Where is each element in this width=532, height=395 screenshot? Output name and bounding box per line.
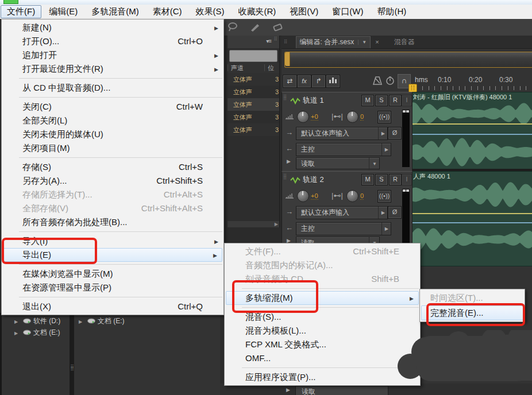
menu-item-fcp-xml[interactable]: FCP XML 交换格式...: [225, 338, 420, 351]
mute-button[interactable]: M: [361, 174, 374, 185]
expander-icon[interactable]: ▶: [14, 319, 18, 324]
menu-item-close[interactable]: 关闭(C)Ctrl+W: [2, 100, 223, 114]
menu-item-open-append[interactable]: 追加打开▶: [2, 48, 223, 62]
slip-tool-button[interactable]: ↱: [311, 75, 326, 88]
column-bits[interactable]: 位: [264, 64, 274, 71]
volume-knob[interactable]: [297, 111, 309, 123]
drive-item[interactable]: ▶ 文档 (E:): [79, 316, 125, 326]
move-tool-button[interactable]: ⇄: [283, 75, 297, 88]
panel-divider[interactable]: ⠿⠿: [70, 313, 74, 395]
file-row[interactable]: 立体声3: [228, 86, 279, 98]
drive-item[interactable]: ▶ 软件 (D:): [14, 316, 60, 326]
input-select[interactable]: 默认立体声输入▶: [296, 127, 388, 140]
volume-envelope[interactable]: [411, 213, 532, 214]
files-hscrollbar[interactable]: ▶: [228, 221, 279, 227]
brush-tool-icon[interactable]: [249, 22, 262, 32]
timeline-ruler[interactable]: hms 0:10 0:20 0:30: [410, 72, 532, 92]
monitor-input-icon[interactable]: ((•)): [377, 190, 391, 203]
menu-item-open-recent[interactable]: 打开最近使用文件(R)▶: [2, 62, 223, 76]
tab-editor-active[interactable]: 编辑器: 合并.sesx ▼: [296, 36, 371, 48]
volume-value[interactable]: +0: [311, 113, 318, 121]
tab-mixer[interactable]: 混音器: [394, 37, 415, 47]
pan-knob[interactable]: [346, 190, 358, 202]
automation-select[interactable]: 读取▼: [296, 157, 380, 169]
eraser-tool-icon[interactable]: [272, 22, 284, 32]
input-select[interactable]: 默认立体声输入▶: [296, 206, 388, 219]
menu-item-omf[interactable]: OMF...: [225, 351, 420, 365]
menu-item-reveal-explorer[interactable]: 在资源管理器中显示(P): [2, 281, 223, 295]
pan-value[interactable]: 0: [360, 192, 364, 200]
menu-item-extract-cd[interactable]: 从 CD 中提取音频(D)...: [2, 81, 223, 95]
phase-button[interactable]: Ø: [388, 127, 402, 140]
files-search-box[interactable]: [229, 50, 277, 62]
nav-left-handle[interactable]: [285, 52, 290, 66]
menu-item-close-all[interactable]: 全部关闭(L): [2, 114, 223, 127]
panel-menu-icon[interactable]: ▾≡: [266, 38, 271, 44]
zoom-navigation-bar[interactable]: [284, 52, 532, 68]
file-row[interactable]: 立体声3: [228, 98, 279, 111]
menu-item-application-settings[interactable]: 应用程序设置(P)...: [225, 370, 420, 384]
track-name[interactable]: 轨道 2: [303, 175, 324, 185]
menu-clip[interactable]: 素材(C): [147, 5, 188, 18]
menu-effects[interactable]: 效果(S): [189, 5, 230, 18]
expand-arrow-icon[interactable]: ▶: [287, 158, 291, 164]
menu-view[interactable]: 视图(V): [283, 5, 325, 18]
menu-item-new[interactable]: 新建(N)▶: [2, 21, 223, 34]
menu-item-close-unused[interactable]: 关闭未使用的媒体(U): [2, 127, 223, 141]
expander-icon[interactable]: ▶: [14, 331, 18, 336]
menu-item-multitrack-mixdown[interactable]: 多轨缩混(M)▶: [226, 291, 419, 305]
panel-grip-icon[interactable]: ⠿: [284, 41, 288, 43]
pan-knob[interactable]: [346, 111, 358, 123]
menu-item-save-as[interactable]: 另存为(A)...Ctrl+Shift+S: [2, 174, 223, 188]
mute-button[interactable]: M: [361, 95, 374, 106]
monitor-button[interactable]: I: [402, 95, 412, 106]
record-arm-button[interactable]: R: [389, 174, 402, 185]
output-select[interactable]: 主控▶: [296, 143, 391, 156]
menu-help[interactable]: 帮助(H): [371, 5, 413, 18]
tab-close-icon[interactable]: ×: [375, 38, 379, 45]
menu-multitrack[interactable]: 多轨混音(M): [85, 5, 145, 18]
menu-item-mixdown-template[interactable]: 混音为模板(L)...: [225, 324, 420, 338]
menu-item-entire-session[interactable]: 完整混音(E)...: [421, 305, 523, 320]
solo-button[interactable]: S: [375, 95, 388, 106]
menu-item-close-session[interactable]: 关闭项目(M): [2, 141, 223, 155]
volume-envelope[interactable]: [411, 123, 532, 125]
divider-grip-icon[interactable]: ⠿⠿: [70, 366, 74, 370]
menu-item-save-all-audio-batch[interactable]: 所有音频存储为批处理(B)...: [2, 215, 223, 229]
menu-item-open[interactable]: 打开(O)...Ctrl+O: [2, 34, 223, 48]
track-grip-icon[interactable]: ⠿⠿: [283, 175, 287, 180]
menu-item-export[interactable]: 导出(E)▶: [3, 248, 222, 262]
monitor-button[interactable]: I: [402, 174, 412, 185]
panel-grip-icon[interactable]: ⠿: [273, 38, 277, 40]
pan-envelope[interactable]: [411, 222, 532, 223]
file-row[interactable]: 立体声3: [228, 123, 279, 136]
expand-arrow-icon[interactable]: ▶: [286, 387, 290, 393]
monitor-input-icon[interactable]: ((•)): [377, 111, 391, 123]
menu-item-mixdown[interactable]: 混音(S)...: [225, 310, 420, 324]
pan-envelope[interactable]: [411, 134, 532, 135]
menu-window[interactable]: 窗口(W): [326, 5, 369, 18]
solo-button[interactable]: S: [375, 174, 388, 185]
menu-item-save[interactable]: 存储(S)Ctrl+S: [2, 160, 223, 174]
menu-item-exit[interactable]: 退出(X)Ctrl+Q: [2, 300, 223, 313]
meters-button[interactable]: [326, 75, 340, 88]
lasso-tool-icon[interactable]: [228, 22, 240, 32]
pan-value[interactable]: 0: [360, 113, 364, 121]
drive-item[interactable]: ▶ 文档 (E:): [14, 327, 60, 338]
column-channel[interactable]: 声道: [228, 64, 264, 71]
menu-edit[interactable]: 编辑(E): [43, 5, 84, 18]
timer-icon[interactable]: [385, 76, 395, 88]
menu-item-import[interactable]: 导入(I)▶: [2, 234, 223, 248]
menu-file[interactable]: 文件(F): [1, 5, 41, 18]
metronome-icon[interactable]: [372, 76, 383, 88]
track-grip-icon[interactable]: ⠿⠿: [283, 96, 287, 100]
audio-clip[interactable]: 刘涛 - 红颜旧 (KTV版伴奏) 48000 1: [410, 92, 532, 170]
volume-knob[interactable]: [297, 190, 309, 202]
automation-select-partial[interactable]: 读取: [295, 386, 388, 395]
track-name[interactable]: 轨道 1: [303, 95, 324, 106]
menu-item-reveal-media-browser[interactable]: 在媒体浏览器中显示(M): [2, 267, 223, 281]
expander-icon[interactable]: ▶: [79, 319, 82, 324]
phase-button[interactable]: Ø: [388, 206, 402, 219]
audio-clip[interactable]: 人声 48000 1: [410, 171, 532, 266]
fx-button[interactable]: fx: [297, 75, 311, 88]
